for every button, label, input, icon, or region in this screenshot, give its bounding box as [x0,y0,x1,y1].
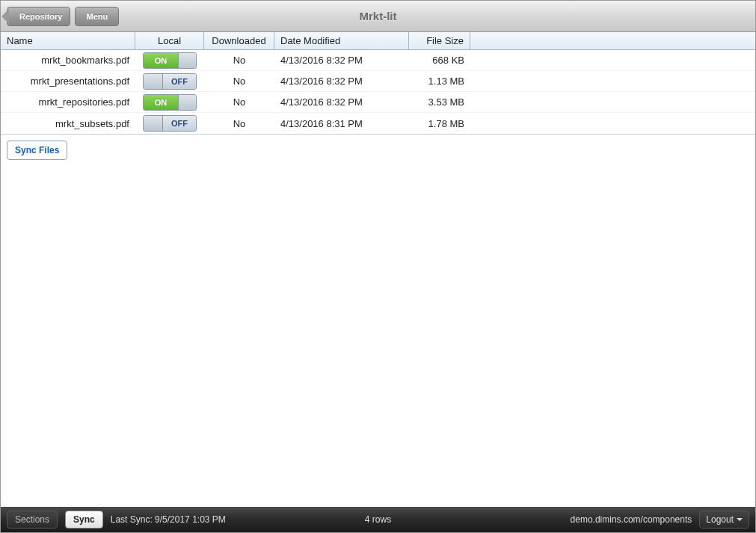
column-header-local[interactable]: Local [135,32,204,49]
column-header-date-modified[interactable]: Date Modified [274,32,409,49]
local-toggle[interactable]: OFF [143,115,197,132]
domain-text: demo.dimins.com/components [571,514,692,525]
menu-button[interactable]: Menu [75,7,119,26]
header-toolbar: Repository Menu Mrkt-lit [1,1,755,32]
local-toggle[interactable]: OFF [143,73,197,90]
last-sync-text: Last Sync: 9/5/2017 1:03 PM [111,514,226,525]
cell-file-size: 3.53 MB [409,95,470,109]
page-title: Mrkt-lit [360,10,397,22]
cell-name: mrkt_bookmarks.pdf [1,53,135,67]
cell-name: mrkt_repositories.pdf [1,95,135,109]
column-header-file-size[interactable]: File Size [409,32,470,49]
toggle-knob [144,116,163,131]
cell-name: mrkt_subsets.pdf [1,117,135,131]
toggle-label-off: OFF [163,74,196,89]
table-header: Name Local Downloaded Date Modified File… [1,32,755,50]
cell-downloaded: No [204,117,274,131]
cell-date-modified: 4/13/2016 8:31 PM [274,117,409,131]
header-buttons: Repository Menu [7,7,119,26]
column-header-downloaded[interactable]: Downloaded [204,32,274,49]
toggle-knob [144,74,163,89]
cell-downloaded: No [204,95,274,109]
toggle-knob [178,53,196,68]
table-row[interactable]: mrkt_repositories.pdfONNo4/13/2016 8:32 … [1,92,755,113]
cell-file-size: 1.13 MB [409,74,470,88]
sync-files-button[interactable]: Sync Files [7,141,67,160]
table-row[interactable]: mrkt_presentations.pdfOFFNo4/13/2016 8:3… [1,71,755,92]
cell-date-modified: 4/13/2016 8:32 PM [274,95,409,109]
sync-tab-button[interactable]: Sync [65,511,103,529]
cell-local: OFF [135,72,204,91]
content-spacer [1,166,755,507]
file-table: Name Local Downloaded Date Modified File… [1,32,755,135]
table-row[interactable]: mrkt_bookmarks.pdfONNo4/13/2016 8:32 PM6… [1,50,755,71]
toggle-label-on: ON [144,53,178,68]
logout-button[interactable]: Logout [699,511,749,529]
toggle-knob [178,95,196,110]
cell-date-modified: 4/13/2016 8:32 PM [274,53,409,67]
table-row[interactable]: mrkt_subsets.pdfOFFNo4/13/2016 8:31 PM1.… [1,113,755,134]
repository-back-button[interactable]: Repository [7,7,70,26]
cell-downloaded: No [204,53,274,67]
sections-button[interactable]: Sections [7,511,58,529]
caret-down-icon [737,518,743,521]
cell-file-size: 1.78 MB [409,117,470,131]
column-header-name[interactable]: Name [1,32,135,49]
cell-file-size: 668 KB [409,53,470,67]
actions-bar: Sync Files [1,135,755,166]
footer-right: demo.dimins.com/components Logout [571,511,749,529]
cell-local: OFF [135,114,204,133]
cell-downloaded: No [204,74,274,88]
local-toggle[interactable]: ON [143,94,197,111]
toggle-label-off: OFF [163,116,196,131]
footer-bar: Sections Sync Last Sync: 9/5/2017 1:03 P… [1,507,755,532]
cell-date-modified: 4/13/2016 8:32 PM [274,74,409,88]
toggle-label-on: ON [144,95,178,110]
table-body: mrkt_bookmarks.pdfONNo4/13/2016 8:32 PM6… [1,50,755,135]
cell-local: ON [135,93,204,112]
app-window: Repository Menu Mrkt-lit Name Local Down… [0,0,756,533]
local-toggle[interactable]: ON [143,52,197,69]
column-header-spacer [470,32,755,49]
row-count-text: 4 rows [365,514,391,525]
cell-local: ON [135,51,204,70]
cell-name: mrkt_presentations.pdf [1,74,135,88]
logout-label: Logout [706,514,734,525]
